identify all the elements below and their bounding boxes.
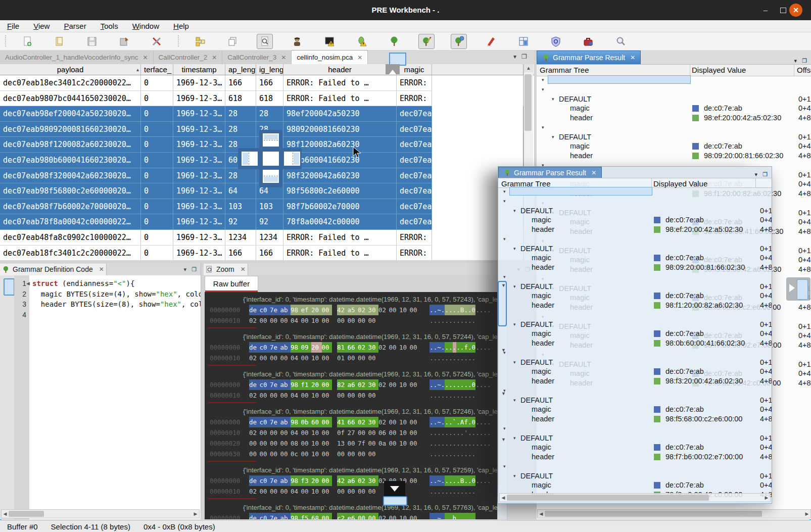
table-row[interactable]: dec07eab98ef200042a50230020…01969-12-3…2… <box>0 106 534 122</box>
table-cell[interactable]: dec07eab <box>397 106 432 122</box>
table-cell[interactable]: dec07eab <box>397 214 432 230</box>
table-cell[interactable]: 0 <box>141 91 173 107</box>
tree-node-row[interactable]: ▾ <box>498 424 772 433</box>
collapse-icon[interactable]: ▾ <box>503 234 506 244</box>
tree-magic-row[interactable]: magicde:c0:7e:ab0+4 <box>498 329 772 338</box>
tree-structure-icon[interactable] <box>192 34 208 49</box>
tree-magic-row[interactable]: magicde:c0:7e:ab0+4 <box>537 141 811 151</box>
tree-magic-row[interactable]: magicde:c0:7e:ab0+4 <box>498 291 772 301</box>
panel-menu-icon[interactable]: ▾ <box>794 58 797 64</box>
table-cell[interactable]: 98ef200042a50230 <box>283 106 397 122</box>
tree-default-row[interactable]: ▾DEFAULT0+1 <box>537 132 811 142</box>
tree-node-row[interactable]: ▾ <box>498 462 772 471</box>
tab-list-dropdown-icon[interactable]: ▾ <box>513 53 516 60</box>
table-cell[interactable]: 166 <box>225 75 256 91</box>
tree-node-row[interactable]: ▾ <box>498 197 772 206</box>
table-cell[interactable]: 28 <box>225 122 256 137</box>
collapse-icon[interactable]: ▾ <box>503 462 506 471</box>
table-cell[interactable]: ERROR: Failed to … <box>283 246 397 260</box>
floating-hscroll-thumb[interactable] <box>507 495 709 501</box>
parse-hscroll-thumb[interactable] <box>545 511 762 517</box>
hex-line[interactable]: 00000000dec07eab98f56800c2e6000002001000… <box>205 513 499 519</box>
table-cell[interactable]: 1969-12-3… <box>173 183 225 199</box>
scroll-up-icon[interactable]: ▲ <box>524 64 533 72</box>
table-cell[interactable]: 1234 <box>256 230 283 246</box>
collapse-icon[interactable]: ▾ <box>503 187 506 197</box>
dock-left-indicator[interactable] <box>241 151 258 166</box>
marker-icon[interactable] <box>483 34 499 49</box>
tree-magic-row[interactable]: magicde:c0:7e:ab0+4 <box>498 405 772 414</box>
close-tab-icon[interactable]: ✕ <box>241 264 246 275</box>
tree-header-row[interactable]: header98:09:20:00:81:66:02:304+8 <box>498 263 772 272</box>
panel-menu-icon[interactable]: ▾ <box>184 266 187 273</box>
code-hscroll-thumb[interactable] <box>9 511 44 517</box>
column-header-magic[interactable]: magic <box>397 64 432 75</box>
table-cell[interactable]: 28 <box>225 168 256 184</box>
table-cell[interactable]: 1969-12-3… <box>173 199 225 215</box>
tree-selected-row[interactable]: ▾ <box>498 187 772 197</box>
raw-buffer-tab[interactable]: Raw buffer <box>205 276 258 291</box>
scroll-left-icon[interactable]: ◀ <box>500 495 507 500</box>
tree-default-row[interactable]: ▾DEFAULT0+1 <box>498 358 772 367</box>
table-cell[interactable]: ERROR: Failed to … <box>283 230 397 246</box>
tree-selected-row[interactable]: ▾ <box>537 75 811 85</box>
open-folder-icon[interactable] <box>52 34 68 49</box>
table-cell[interactable]: 0 <box>141 168 173 184</box>
hex-packet[interactable]: {'interface_id': 0, 'timestamp': datetim… <box>205 463 499 499</box>
collapse-icon[interactable]: ▾ <box>503 197 506 206</box>
hex-packet[interactable]: {'interface_id': 0, 'timestamp': datetim… <box>205 329 499 366</box>
hex-line[interactable]: 00000010020000000400100000000000........… <box>205 390 499 401</box>
scroll-left-icon[interactable]: ◀ <box>538 511 545 516</box>
table-cell[interactable]: 1969-12-3… <box>173 230 225 246</box>
hex-line[interactable]: 00000000dec07eab980b60004166023002001000… <box>205 417 499 427</box>
col-grammar-tree[interactable]: Grammar Tree <box>540 66 589 74</box>
scroll-left-icon[interactable]: ◀ <box>2 511 9 516</box>
user-icon[interactable] <box>289 34 305 49</box>
menu-window[interactable]: Window <box>125 22 166 30</box>
table-cell[interactable]: 92 <box>256 214 283 230</box>
dock-right-indicator-small[interactable] <box>283 151 301 166</box>
tree-header-row[interactable]: header98:f3:20:00:42:a6:02:304+8 <box>498 376 772 386</box>
tree-node-row[interactable]: ▾ <box>498 310 772 320</box>
file-preview-icon[interactable] <box>257 34 273 49</box>
table-cell[interactable]: dec07eab <box>397 153 432 168</box>
panel-menu-icon[interactable]: ▾ <box>755 171 758 178</box>
column-header-timestamp[interactable]: timestamp <box>173 64 225 75</box>
collapse-icon[interactable]: ▾ <box>542 123 544 132</box>
hex-line[interactable]: 00000000dec07eab98f3200042a6023002001000… <box>205 475 499 486</box>
table-cell[interactable]: 0 <box>141 137 173 153</box>
tree-node-row[interactable]: ▾ <box>537 85 811 94</box>
scroll-right-icon[interactable]: ▶ <box>803 511 810 516</box>
close-tab-icon[interactable]: ✕ <box>142 54 148 61</box>
dock-bottom-indicator[interactable] <box>262 169 279 183</box>
table-cell[interactable]: dec07eab <box>397 199 432 215</box>
hex-line[interactable]: 00000010020000000400100000000000........… <box>205 486 499 497</box>
zoom-tab[interactable]: Zoom ✕ <box>204 264 248 275</box>
dock-center-indicator[interactable] <box>262 151 279 166</box>
table-cell[interactable]: 0 <box>141 153 173 168</box>
table-cell[interactable]: dec07eab98f1200082a60230020… <box>0 137 141 153</box>
tree-node-row[interactable]: ▾ <box>537 123 811 132</box>
table-cell[interactable]: 0 <box>141 199 173 215</box>
tools-icon[interactable] <box>149 34 165 49</box>
save-as-icon[interactable] <box>116 34 132 49</box>
collapse-icon[interactable]: ▾ <box>542 85 544 94</box>
hex-packet[interactable]: {'interface_id': 0, 'timestamp': datetim… <box>205 404 499 462</box>
tree-header-row[interactable]: header98:f5:68:00:c2:e6:00:004+8 <box>498 414 772 424</box>
tree-header-row[interactable]: header98:ef:20:00:42:a5:02:304+8 <box>537 113 811 123</box>
hex-hscroll-thumb[interactable] <box>383 496 407 506</box>
float-panel-icon[interactable]: ❐ <box>192 266 197 273</box>
hex-line[interactable]: 00000000dec07eab980920008166023002001000… <box>205 342 499 353</box>
table-cell[interactable]: 1969-12-3… <box>173 246 225 260</box>
floating-title-bar[interactable]: Grammar Parse Result ✕ ▾ ❐ <box>498 167 772 178</box>
col-displayed-value[interactable]: Displayed Value <box>692 66 746 74</box>
table-cell[interactable]: 98f56800c2e60000 <box>283 183 397 199</box>
hex-marker-icon[interactable]: ▼ <box>501 437 506 442</box>
collapse-icon[interactable]: ▾ <box>513 471 516 481</box>
parse-result-tab[interactable]: Grammar Parse Result ✕ <box>537 51 641 64</box>
table-row[interactable]: dec07eab18ec3401c2c20000022…01969-12-3…1… <box>0 75 534 91</box>
floating-hscrollbar[interactable]: ◀ ▶ <box>499 493 771 502</box>
tree-node-row[interactable]: ▾ <box>498 234 772 244</box>
menu-parser[interactable]: Parser <box>57 22 93 30</box>
table-cell[interactable]: 0 <box>141 183 173 199</box>
